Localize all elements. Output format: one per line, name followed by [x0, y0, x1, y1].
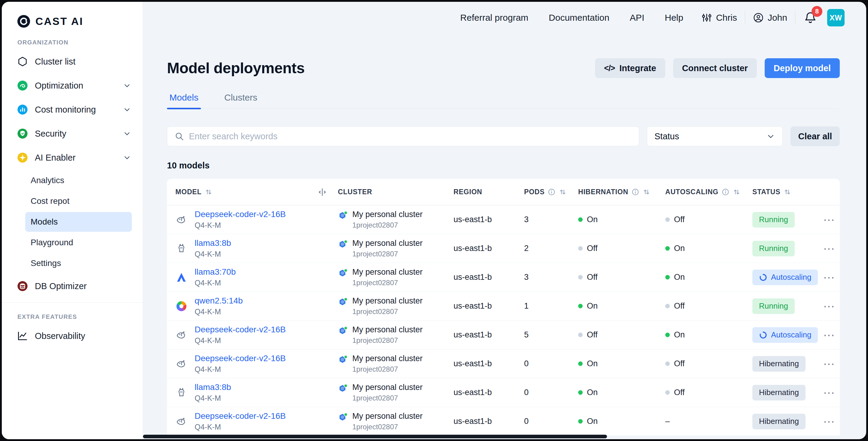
column-header-hibernation[interactable]: HIBERNATION: [571, 179, 658, 205]
nav-link-api[interactable]: API: [630, 12, 644, 23]
column-label: REGION: [454, 188, 483, 196]
sort-icon[interactable]: [783, 188, 792, 196]
hibernation-cell: Off: [571, 330, 658, 340]
autoscaling-cell: Off: [658, 359, 745, 368]
john-label: John: [768, 12, 787, 23]
sidebar-subitem-playground[interactable]: Playground: [25, 233, 132, 252]
top-bar: Referral program Documentation API Help …: [143, 2, 866, 34]
horizontal-scrollbar[interactable]: [143, 435, 607, 438]
sidebar-item-observability[interactable]: Observability: [2, 324, 143, 348]
hibernation-status-dot: [578, 419, 583, 423]
sidebar-item-cluster-list[interactable]: Cluster list: [2, 50, 143, 73]
column-resize-handle[interactable]: [317, 187, 327, 197]
deploy-model-button[interactable]: Deploy model: [765, 58, 840, 78]
integrate-button[interactable]: </> Integrate: [595, 58, 665, 78]
sidebar-item-db-optimizer[interactable]: DB Optimizer: [2, 274, 143, 298]
chevron-down-icon: [123, 153, 131, 162]
model-name-link[interactable]: llama3:70b: [195, 267, 236, 277]
model-name-link[interactable]: Deepseek-coder-v2-16B: [195, 354, 286, 363]
column-header-status[interactable]: STATUS: [745, 179, 819, 205]
sidebar-item-cost-monitoring[interactable]: Cost monitoring: [2, 98, 143, 122]
model-name-link[interactable]: Deepseek-coder-v2-16B: [195, 325, 286, 334]
connect-cluster-button[interactable]: Connect cluster: [673, 58, 757, 78]
column-header-region: REGION: [446, 179, 517, 205]
row-actions-button[interactable]: ⋯: [823, 246, 835, 252]
models-table: MODELCLUSTERREGIONPODSHIBERNATIONAUTOSCA…: [167, 179, 840, 436]
cluster-name: My personal cluster: [352, 296, 423, 306]
nav-link-referral-program[interactable]: Referral program: [460, 12, 528, 23]
llama-icon: [176, 243, 187, 255]
cluster-name: My personal cluster: [352, 383, 423, 392]
info-icon[interactable]: [548, 188, 556, 196]
autoscaling-status-dot: [665, 217, 670, 222]
status-filter-select[interactable]: Status: [647, 126, 783, 146]
chris-menu[interactable]: Chris: [701, 12, 737, 23]
notifications-button[interactable]: 8: [804, 11, 817, 24]
autoscaling-cell: –: [658, 417, 745, 426]
tab-models[interactable]: Models: [167, 92, 201, 109]
column-label: HIBERNATION: [578, 188, 628, 196]
info-icon[interactable]: [631, 188, 640, 196]
row-actions-button[interactable]: ⋯: [823, 418, 835, 424]
row-actions-button[interactable]: ⋯: [823, 274, 835, 280]
sort-icon[interactable]: [643, 188, 651, 196]
page-title: Model deployments: [167, 59, 305, 77]
cluster-project: 1project02807: [352, 279, 423, 287]
hibernation-cell: On: [571, 215, 658, 224]
autoscaling-status-dot: [665, 304, 670, 308]
nav-link-help[interactable]: Help: [665, 12, 683, 23]
sort-icon[interactable]: [733, 188, 741, 196]
row-actions-button[interactable]: ⋯: [823, 303, 835, 309]
row-actions-button[interactable]: ⋯: [823, 390, 835, 396]
sidebar-item-ai-enabler[interactable]: AI Enabler: [2, 146, 143, 169]
region-cell: us-east1-b: [446, 244, 517, 253]
autoscaling-value: Off: [674, 215, 685, 224]
hibernation-status-dot: [578, 304, 583, 308]
info-icon[interactable]: [721, 188, 730, 196]
row-actions-button[interactable]: ⋯: [823, 332, 835, 338]
autoscaling-value: On: [674, 244, 685, 253]
pods-cell: 2: [517, 244, 571, 253]
john-menu[interactable]: John: [753, 12, 787, 23]
column-header-model[interactable]: MODEL: [167, 179, 331, 205]
clear-all-button[interactable]: Clear all: [790, 126, 840, 146]
column-header-pods[interactable]: PODS: [517, 179, 571, 205]
brand-logo[interactable]: CAST AI: [2, 2, 143, 28]
model-name-link[interactable]: llama3:8b: [195, 239, 231, 248]
table-row: qwen2.5:14b Q4-K-M My personal cluster 1…: [167, 292, 840, 321]
model-name-link[interactable]: qwen2.5:14b: [195, 296, 243, 305]
model-quant: Q4-K-M: [195, 307, 243, 316]
cluster-icon: [338, 326, 348, 336]
row-actions-button[interactable]: ⋯: [823, 361, 835, 367]
sidebar-item-optimization[interactable]: Optimization: [2, 73, 143, 98]
region-cell: us-east1-b: [446, 330, 517, 340]
sort-icon[interactable]: [559, 188, 567, 196]
sort-icon[interactable]: [205, 188, 213, 196]
region-cell: us-east1-b: [446, 215, 517, 224]
model-name-link[interactable]: Deepseek-coder-v2-16B: [195, 411, 286, 420]
autoscaling-status-dot: [665, 246, 670, 251]
cluster-icon: [338, 355, 348, 365]
sidebar-subitem-analytics[interactable]: Analytics: [25, 170, 132, 190]
model-name-link[interactable]: llama3:8b: [195, 382, 231, 392]
sidebar-item-security[interactable]: Security: [2, 122, 143, 146]
chevron-down-icon: [766, 132, 775, 141]
nav-link-documentation[interactable]: Documentation: [549, 12, 610, 23]
user-avatar[interactable]: XW: [827, 9, 844, 26]
deepseek-icon: [176, 214, 187, 226]
sidebar-subitem-label: Analytics: [31, 176, 64, 185]
table-row: llama3:70b Q4-K-M My personal cluster 1p…: [167, 263, 840, 292]
model-name-link[interactable]: Deepseek-coder-v2-16B: [195, 210, 286, 219]
sidebar-subitem-models[interactable]: Models: [25, 212, 132, 232]
hibernation-cell: On: [571, 359, 658, 368]
tab-clusters[interactable]: Clusters: [222, 92, 260, 109]
hibernation-cell: On: [571, 388, 658, 397]
cluster-icon: [338, 240, 348, 249]
sidebar-subitem-cost-repot[interactable]: Cost repot: [25, 191, 132, 211]
sidebar-subitem-settings[interactable]: Settings: [25, 253, 132, 273]
deepseek-icon: [176, 415, 187, 428]
cluster-icon: [338, 297, 348, 307]
row-actions-button[interactable]: ⋯: [823, 217, 835, 223]
search-input[interactable]: [189, 131, 632, 141]
column-header-autoscaling[interactable]: AUTOSCALING: [658, 179, 745, 205]
